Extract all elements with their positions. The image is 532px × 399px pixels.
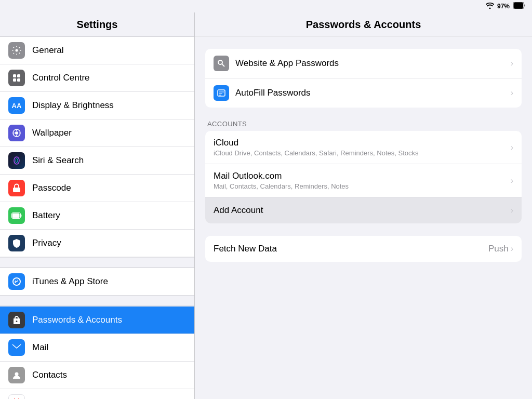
mail-outlook-subtitle: Mail, Contacts, Calendars, Reminders, No… — [214, 182, 511, 190]
battery-icon — [513, 2, 526, 10]
website-passwords-chevron: › — [511, 59, 513, 68]
mail-outlook-chevron: › — [511, 176, 513, 185]
sidebar: Settings General — [0, 12, 195, 399]
display-label: Display & Brightness — [32, 100, 186, 111]
sidebar-item-passwords[interactable]: Passwords & Accounts — [0, 306, 194, 334]
sidebar-list-2: iTunes & App Store — [0, 268, 194, 296]
autofill-passwords-chevron: › — [511, 88, 513, 98]
add-account-text: Add Account — [214, 205, 511, 216]
itunes-icon — [8, 273, 25, 290]
wifi-icon — [486, 3, 494, 10]
battery-percentage: 97% — [497, 3, 510, 10]
sidebar-item-contacts[interactable]: Contacts — [0, 362, 194, 389]
sidebar-list: General Control Centre AA Display & — [0, 36, 194, 257]
fetch-new-data-right: Push › — [488, 244, 513, 254]
fetch-section: Fetch New Data Push › — [205, 236, 522, 262]
fetch-card: Fetch New Data Push › — [205, 236, 522, 262]
control-centre-label: Control Centre — [32, 73, 186, 83]
accounts-section-label: ACCOUNTS — [205, 120, 522, 128]
chevron-icon-5: › — [511, 206, 513, 215]
icloud-text: iCloud iCloud Drive, Contacts, Calendars… — [214, 138, 511, 157]
add-account-row[interactable]: Add Account › — [205, 197, 522, 223]
sidebar-item-display[interactable]: AA Display & Brightness — [0, 92, 194, 119]
add-account-title: Add Account — [214, 205, 511, 216]
svg-rect-3 — [13, 74, 16, 77]
key-icon — [214, 56, 229, 71]
accounts-card: iCloud iCloud Drive, Contacts, Calendars… — [205, 131, 522, 223]
battery-icon-sidebar — [8, 207, 25, 224]
chevron-icon-4: › — [511, 176, 513, 185]
sidebar-divider-1 — [0, 257, 194, 268]
privacy-label: Privacy — [32, 238, 186, 248]
general-label: General — [32, 45, 186, 56]
sidebar-item-calendar[interactable]: Calendar — [0, 389, 194, 399]
sidebar-item-passcode[interactable]: Passcode — [0, 175, 194, 202]
sidebar-item-wallpaper[interactable]: Wallpaper — [0, 119, 194, 147]
privacy-icon — [8, 235, 25, 251]
mail-icon — [8, 339, 25, 356]
main-header: Passwords & Accounts — [195, 12, 532, 36]
add-account-chevron: › — [511, 206, 513, 215]
fetch-new-data-text: Fetch New Data — [214, 244, 488, 254]
autofill-passwords-text: AutoFill Passwords — [235, 88, 511, 98]
svg-point-8 — [15, 131, 18, 135]
display-icon: AA — [8, 97, 25, 114]
wallpaper-icon — [8, 125, 25, 141]
svg-rect-11 — [13, 188, 20, 192]
autofill-icon — [214, 85, 229, 101]
sidebar-header: Settings — [0, 12, 194, 36]
sidebar-item-mail[interactable]: Mail — [0, 334, 194, 362]
contacts-label: Contacts — [32, 370, 186, 380]
passwords-card: Website & App Passwords › — [205, 49, 522, 108]
sidebar-item-siri[interactable]: Siri & Search — [0, 147, 194, 175]
icloud-subtitle: iCloud Drive, Contacts, Calendars, Safar… — [214, 149, 511, 157]
svg-point-15 — [15, 373, 19, 376]
website-passwords-title: Website & App Passwords — [235, 58, 511, 69]
siri-icon — [8, 152, 25, 169]
svg-point-9 — [14, 157, 19, 164]
icloud-row[interactable]: iCloud iCloud Drive, Contacts, Calendars… — [205, 131, 522, 164]
sidebar-item-itunes[interactable]: iTunes & App Store — [0, 268, 194, 296]
svg-rect-5 — [13, 78, 16, 82]
sidebar-item-privacy[interactable]: Privacy — [0, 230, 194, 257]
chevron-icon-3: › — [511, 143, 513, 152]
wallpaper-label: Wallpaper — [32, 128, 186, 138]
main-title: Passwords & Accounts — [205, 19, 522, 31]
svg-point-22 — [218, 60, 222, 64]
autofill-passwords-row[interactable]: AutoFill Passwords › — [205, 78, 522, 108]
svg-rect-4 — [17, 74, 20, 77]
passcode-label: Passcode — [32, 183, 186, 193]
mail-outlook-row[interactable]: Mail Outlook.com Mail, Contacts, Calenda… — [205, 164, 522, 197]
itunes-label: iTunes & App Store — [32, 276, 186, 287]
website-passwords-text: Website & App Passwords — [235, 58, 511, 69]
icloud-title: iCloud — [214, 138, 511, 148]
sidebar-item-battery[interactable]: Battery — [0, 202, 194, 230]
icloud-chevron: › — [511, 143, 513, 152]
contacts-icon — [8, 367, 25, 383]
passwords-sidebar-icon — [8, 312, 25, 328]
chevron-icon: › — [511, 59, 513, 68]
mail-label: Mail — [32, 342, 186, 353]
calendar-icon — [8, 394, 25, 399]
svg-point-2 — [16, 49, 18, 52]
svg-rect-13 — [12, 214, 20, 218]
svg-point-10 — [16, 158, 18, 163]
sidebar-list-3: Passwords & Accounts Mail — [0, 306, 194, 399]
website-passwords-row[interactable]: Website & App Passwords › — [205, 49, 522, 78]
siri-label: Siri & Search — [32, 155, 186, 166]
passcode-icon — [8, 180, 25, 196]
sidebar-divider-2 — [0, 296, 194, 306]
status-bar: 97% — [0, 0, 532, 12]
sidebar-item-control-centre[interactable]: Control Centre — [0, 64, 194, 92]
control-centre-icon — [8, 70, 25, 86]
mail-outlook-text: Mail Outlook.com Mail, Contacts, Calenda… — [214, 171, 511, 190]
chevron-icon-6: › — [511, 244, 513, 254]
chevron-icon-2: › — [511, 88, 513, 98]
app-container: Settings General — [0, 12, 532, 399]
sidebar-item-general[interactable]: General — [0, 36, 194, 64]
svg-rect-6 — [17, 78, 20, 82]
fetch-new-data-row[interactable]: Fetch New Data Push › — [205, 236, 522, 262]
general-icon — [8, 42, 25, 59]
fetch-new-data-title: Fetch New Data — [214, 244, 488, 254]
autofill-passwords-title: AutoFill Passwords — [235, 88, 511, 98]
